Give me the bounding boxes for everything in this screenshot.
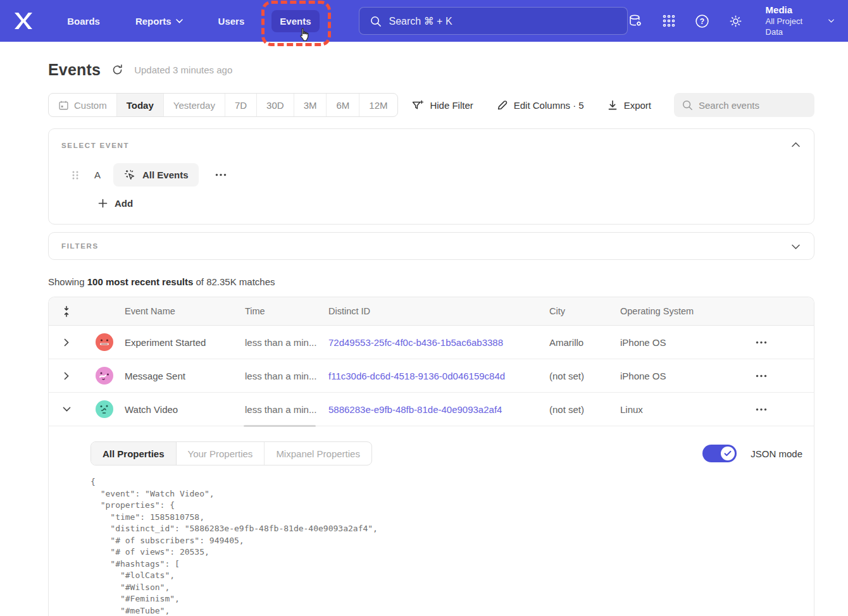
project-subtitle: All Project Data bbox=[766, 16, 808, 38]
settings-gear-icon[interactable] bbox=[728, 13, 743, 28]
collapse-panel-button[interactable] bbox=[789, 138, 802, 152]
chevron-up-icon bbox=[792, 142, 800, 147]
nav-item-reports[interactable]: Reports bbox=[127, 10, 191, 32]
last-updated-text: Updated 3 minutes ago bbox=[134, 65, 232, 75]
filter-add-icon bbox=[411, 99, 424, 111]
row-options-button[interactable] bbox=[744, 341, 814, 344]
column-header-time[interactable]: Time bbox=[245, 306, 328, 316]
date-option-label: 6M bbox=[336, 100, 349, 111]
help-icon[interactable]: ? bbox=[695, 13, 709, 28]
event-selector-chip[interactable]: All Events bbox=[113, 163, 199, 187]
collapse-row-button[interactable] bbox=[63, 407, 71, 412]
expand-row-button[interactable] bbox=[64, 372, 69, 380]
collapse-all-rows-button[interactable] bbox=[62, 305, 71, 317]
cell-city: (not set) bbox=[549, 404, 620, 415]
check-icon bbox=[724, 450, 732, 457]
tab-your-properties[interactable]: Your Properties bbox=[177, 442, 265, 465]
mixpanel-logo-icon[interactable] bbox=[14, 11, 34, 30]
select-event-label: SELECT EVENT bbox=[61, 142, 801, 149]
nav-item-events-active[interactable]: Events bbox=[271, 10, 319, 32]
cell-distinct-id-link[interactable]: f11c30d6-dc6d-4518-9136-0d046159c84d bbox=[328, 371, 549, 381]
date-option-yesterday[interactable]: Yesterday bbox=[164, 94, 225, 116]
table-row[interactable]: Experiment Started less than a min... 72… bbox=[49, 326, 814, 359]
refresh-icon[interactable] bbox=[111, 64, 123, 76]
chevron-right-icon bbox=[64, 372, 69, 380]
event-row-letter: A bbox=[94, 169, 101, 180]
nav-item-label: Boards bbox=[67, 16, 100, 27]
toggle-knob bbox=[721, 447, 735, 460]
apps-grid-icon[interactable] bbox=[662, 13, 676, 28]
date-option-label: Today bbox=[127, 100, 154, 111]
date-option-7d[interactable]: 7D bbox=[225, 94, 257, 116]
date-option-3m[interactable]: 3M bbox=[294, 94, 327, 116]
page-title: Events bbox=[48, 61, 101, 79]
json-mode-label: JSON mode bbox=[751, 448, 802, 459]
date-option-12m[interactable]: 12M bbox=[359, 94, 397, 116]
ellipsis-icon bbox=[756, 408, 767, 411]
column-header-os[interactable]: Operating System bbox=[620, 306, 744, 316]
nav-item-boards[interactable]: Boards bbox=[59, 10, 108, 32]
ellipsis-icon bbox=[756, 374, 767, 378]
search-icon bbox=[370, 15, 382, 27]
event-builder-row: A All Events bbox=[70, 163, 801, 187]
cell-event-name: Message Sent bbox=[125, 371, 245, 381]
filters-label: FILTERS bbox=[61, 242, 99, 250]
nav-item-label: Users bbox=[218, 16, 245, 27]
add-event-button[interactable]: Add bbox=[98, 198, 801, 209]
export-button[interactable]: Export bbox=[607, 99, 651, 111]
json-mode-control: JSON mode bbox=[702, 445, 802, 462]
project-switcher[interactable]: Media All Project Data bbox=[766, 4, 808, 37]
row-options-button[interactable] bbox=[744, 408, 814, 411]
calendar-icon bbox=[58, 100, 69, 111]
cell-distinct-id-link[interactable]: 5886283e-e9fb-48fb-81de-40e9093a2af4 bbox=[328, 404, 549, 415]
date-option-custom[interactable]: Custom bbox=[49, 94, 117, 116]
nav-item-label: Events bbox=[280, 16, 311, 27]
row-options-button[interactable] bbox=[744, 374, 814, 378]
tab-all-properties[interactable]: All Properties bbox=[91, 442, 177, 465]
horizontal-scrollbar-thumb[interactable] bbox=[244, 425, 316, 427]
edit-columns-button[interactable]: Edit Columns · 5 bbox=[496, 99, 584, 111]
main-nav: Boards Reports Users Events bbox=[59, 10, 319, 32]
export-label: Export bbox=[624, 100, 651, 111]
tab-mixpanel-properties[interactable]: Mixpanel Properties bbox=[265, 442, 371, 465]
cell-distinct-id-link[interactable]: 72d49553-25fc-4f0c-b436-1b5ac6ab3388 bbox=[328, 337, 549, 348]
controls-row: Custom Today Yesterday 7D 30D 3M 6M 12M bbox=[48, 93, 814, 117]
chevron-down-icon bbox=[63, 407, 71, 412]
nav-item-label: Reports bbox=[135, 16, 171, 27]
tab-label: All Properties bbox=[103, 448, 165, 459]
selected-event-name: All Events bbox=[142, 169, 189, 180]
date-option-today[interactable]: Today bbox=[117, 94, 164, 116]
event-avatar-icon bbox=[96, 333, 113, 351]
table-row[interactable]: Message Sent less than a min... f11c30d6… bbox=[49, 359, 814, 393]
results-count: 100 most recent results bbox=[87, 276, 194, 287]
properties-tabs: All Properties Your Properties Mixpanel … bbox=[90, 441, 372, 465]
table-row-expanded[interactable]: Watch Video less than a min... 5886283e-… bbox=[49, 393, 814, 426]
cell-os: iPhone OS bbox=[620, 337, 744, 348]
event-options-button[interactable] bbox=[215, 173, 227, 176]
select-event-panel: SELECT EVENT A bbox=[48, 128, 814, 225]
data-management-icon[interactable] bbox=[628, 13, 643, 28]
drag-handle-icon[interactable] bbox=[70, 170, 80, 180]
tab-label: Your Properties bbox=[188, 448, 253, 459]
hide-filter-button[interactable]: Hide Filter bbox=[411, 99, 473, 111]
json-mode-toggle[interactable] bbox=[702, 445, 737, 462]
search-events-input[interactable]: Search events bbox=[674, 93, 814, 117]
download-icon bbox=[607, 99, 618, 111]
chevron-down-icon bbox=[792, 244, 800, 249]
expand-filters-button[interactable] bbox=[789, 240, 802, 254]
date-option-label: 3M bbox=[304, 100, 317, 111]
table-toolbar: Hide Filter Edit Columns · 5 Export bbox=[411, 93, 814, 117]
pencil-icon bbox=[496, 99, 508, 111]
date-option-6m[interactable]: 6M bbox=[327, 94, 359, 116]
date-option-label: 12M bbox=[369, 100, 387, 111]
expand-row-button[interactable] bbox=[64, 338, 69, 347]
global-search-input[interactable]: Search ⌘ + K bbox=[359, 7, 628, 35]
event-avatar-icon bbox=[96, 400, 113, 418]
json-viewer: { "event": "Watch Video", "properties": … bbox=[90, 476, 802, 616]
column-header-distinct-id[interactable]: Distinct ID bbox=[328, 306, 549, 316]
nav-item-users[interactable]: Users bbox=[210, 10, 253, 32]
column-header-event-name[interactable]: Event Name bbox=[125, 306, 245, 316]
date-option-30d[interactable]: 30D bbox=[257, 94, 294, 116]
column-header-city[interactable]: City bbox=[549, 306, 620, 316]
cell-time: less than a min... bbox=[245, 337, 328, 348]
